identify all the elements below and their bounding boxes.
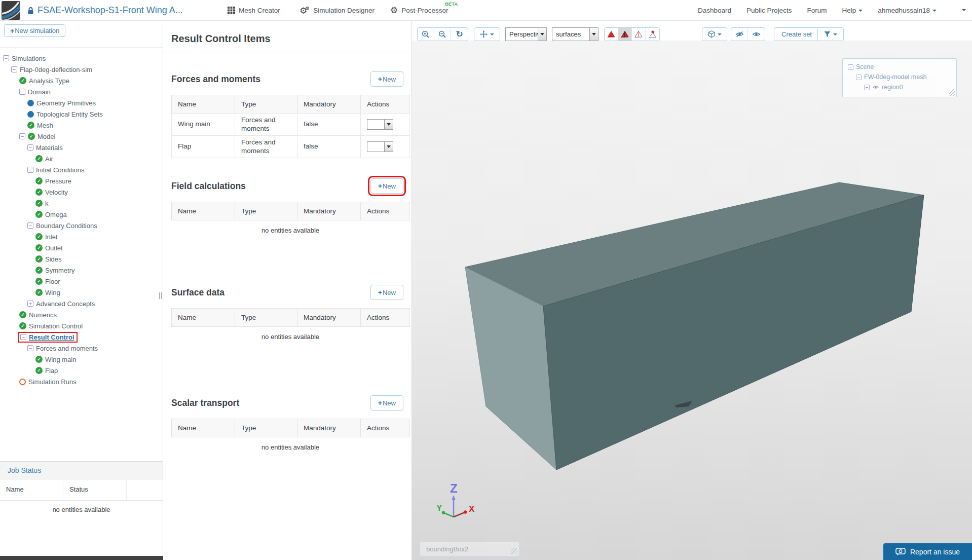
tree-item-initial-conditions[interactable]: Initial Conditions xyxy=(0,164,163,175)
project-title[interactable]: FSAE-Workshop-S1-Front Wing A... xyxy=(38,5,183,16)
zoom-button-group: ↻ xyxy=(417,27,468,41)
nav-forum[interactable]: Forum xyxy=(807,7,827,14)
new-simulation-button[interactable]: + New simulation xyxy=(4,24,65,37)
tree-item-numerics[interactable]: Numerics xyxy=(0,309,163,320)
new-scalar-transport-button[interactable]: +New xyxy=(370,395,403,410)
eye-icon[interactable] xyxy=(872,85,879,90)
display-mode-select[interactable]: surfaces xyxy=(552,27,599,41)
bounding-box-resize-handle[interactable] xyxy=(511,548,518,555)
feedback-camera-icon xyxy=(895,548,906,555)
collapse-icon[interactable] xyxy=(848,64,853,70)
hide-selection-button[interactable] xyxy=(731,28,748,41)
sidebar-resize-grip[interactable] xyxy=(159,292,162,299)
collapse-icon[interactable] xyxy=(27,345,33,351)
tree-item-geometry-primitives[interactable]: Geometry Primitives xyxy=(0,97,163,108)
viewport-3d[interactable]: Scene FW-0deg-model mesh region0 Z xyxy=(412,41,972,560)
check-icon xyxy=(35,278,43,285)
collapse-icon[interactable] xyxy=(856,74,862,80)
check-icon xyxy=(35,189,43,196)
tree-item-velocity[interactable]: Velocity xyxy=(0,186,163,198)
collapse-icon[interactable] xyxy=(3,55,9,61)
collapse-topbar-chevron-icon[interactable] xyxy=(962,9,966,11)
tree-item-outlet[interactable]: Outlet xyxy=(0,242,163,253)
render-solid-edges-button[interactable] xyxy=(618,28,632,41)
zoom-out-button[interactable] xyxy=(434,28,451,41)
report-issue-button[interactable]: Report an issue xyxy=(883,543,972,560)
nav-help-menu[interactable]: Help xyxy=(842,7,863,14)
new-forces-and-moments-button[interactable]: +New xyxy=(370,71,403,87)
tree-item-mesh[interactable]: Mesh xyxy=(0,120,163,131)
tree-item-simulation-control[interactable]: Simulation Control xyxy=(0,320,163,331)
render-wireframe-button[interactable] xyxy=(632,28,646,41)
filter-button[interactable] xyxy=(818,28,843,41)
nav-user-menu[interactable]: ahmedhussain18 xyxy=(878,7,937,14)
expand-icon[interactable] xyxy=(27,301,33,307)
tree-item-flap-0deg-deflection-sim[interactable]: Flap-0deg-deflection-sim xyxy=(0,64,163,75)
tree-item-floor[interactable]: Floor xyxy=(0,276,163,287)
scene-node-root[interactable]: Scene xyxy=(843,62,956,72)
tree-item-symmetry[interactable]: Symmetry xyxy=(0,265,163,276)
nav-public-projects[interactable]: Public Projects xyxy=(746,7,792,14)
tree-item-air[interactable]: Air xyxy=(0,153,163,164)
collapse-icon[interactable] xyxy=(20,334,26,340)
tree-item-forces-and-moments[interactable]: Forces and moments xyxy=(0,343,163,354)
actions-dropdown[interactable] xyxy=(367,141,393,152)
nav-mesh-creator[interactable]: Mesh Creator xyxy=(228,0,280,21)
collapse-icon[interactable] xyxy=(19,133,25,139)
tree-item-model[interactable]: Model xyxy=(0,131,163,142)
tree-item-pressure[interactable]: Pressure xyxy=(0,175,163,186)
render-solid-button[interactable] xyxy=(605,28,618,41)
tree-item-omega[interactable]: Omega xyxy=(0,209,163,220)
forces-and-moments-table: Name Type Mandatory Actions Wing main Fo… xyxy=(171,95,410,158)
tree-item-wing-main[interactable]: Wing main xyxy=(0,354,163,365)
nav-dashboard[interactable]: Dashboard xyxy=(698,7,731,14)
tree-item-inlet[interactable]: Inlet xyxy=(0,231,163,242)
projection-select[interactable]: Perspective xyxy=(505,27,547,41)
tree-item-domain[interactable]: Domain xyxy=(0,86,163,97)
nav-post-processor[interactable]: ⚙ Post-Processor BETA xyxy=(390,0,448,21)
collapse-icon[interactable] xyxy=(27,144,33,151)
simscale-logo-icon[interactable] xyxy=(2,1,20,20)
view-orientation-button[interactable] xyxy=(702,28,727,41)
expand-icon[interactable] xyxy=(864,85,870,90)
tree-item-wing[interactable]: Wing xyxy=(0,287,163,298)
collapse-icon[interactable] xyxy=(27,167,33,173)
check-icon xyxy=(19,311,26,318)
pan-button-group xyxy=(474,27,500,41)
render-points-button[interactable] xyxy=(646,28,659,41)
tree-item-boundary-conditions[interactable]: Boundary Conditions xyxy=(0,220,163,231)
new-field-calculation-button[interactable]: +New xyxy=(370,178,403,194)
mesh-box-3d[interactable] xyxy=(412,41,972,560)
tree-item-advanced-concepts[interactable]: Advanced Concepts xyxy=(0,298,163,309)
sidebar-scrollbar[interactable] xyxy=(0,556,163,560)
z-axis-label: Z xyxy=(450,481,458,495)
tree-item-analysis-type[interactable]: Analysis Type xyxy=(0,75,163,86)
bounding-box-panel[interactable]: boundingBox2 xyxy=(420,542,519,556)
tree-item-sides[interactable]: Sides xyxy=(0,253,163,265)
collapse-icon[interactable] xyxy=(11,66,17,72)
new-surface-data-button[interactable]: +New xyxy=(370,285,403,300)
actions-dropdown[interactable] xyxy=(367,119,393,130)
tree-item-flap[interactable]: Flap xyxy=(0,365,163,376)
empty-table-text: no entities available xyxy=(171,333,409,341)
tree-item-result-control[interactable]: Result Control xyxy=(0,331,163,343)
collapse-icon[interactable] xyxy=(27,222,33,229)
column-header: Name xyxy=(172,202,235,220)
scene-tree-resize-handle[interactable] xyxy=(949,89,955,96)
show-selection-button[interactable] xyxy=(748,28,765,41)
tree-item-materials[interactable]: Materials xyxy=(0,142,163,153)
zoom-in-button[interactable] xyxy=(418,28,434,41)
eye-slash-icon xyxy=(735,31,744,38)
collapse-icon[interactable] xyxy=(19,89,25,95)
tree-item-simulations[interactable]: Simulations xyxy=(0,53,163,64)
scene-node-mesh[interactable]: FW-0deg-model mesh xyxy=(843,72,956,82)
reset-view-button[interactable]: ↻ xyxy=(451,28,468,41)
pan-mode-button[interactable] xyxy=(474,28,500,41)
tree-item-topological-entity-sets[interactable]: Topological Entity Sets xyxy=(0,108,163,120)
tree-item-simulation-runs[interactable]: Simulation Runs xyxy=(0,376,163,387)
viewer-panel: ↻ Perspective surfaces xyxy=(412,21,972,560)
scene-node-region[interactable]: region0 xyxy=(843,82,956,92)
create-set-button[interactable]: Create set xyxy=(774,27,819,41)
nav-simulation-designer[interactable]: ⚙⚙ Simulation Designer xyxy=(300,0,375,21)
tree-item-k[interactable]: k xyxy=(0,198,163,209)
